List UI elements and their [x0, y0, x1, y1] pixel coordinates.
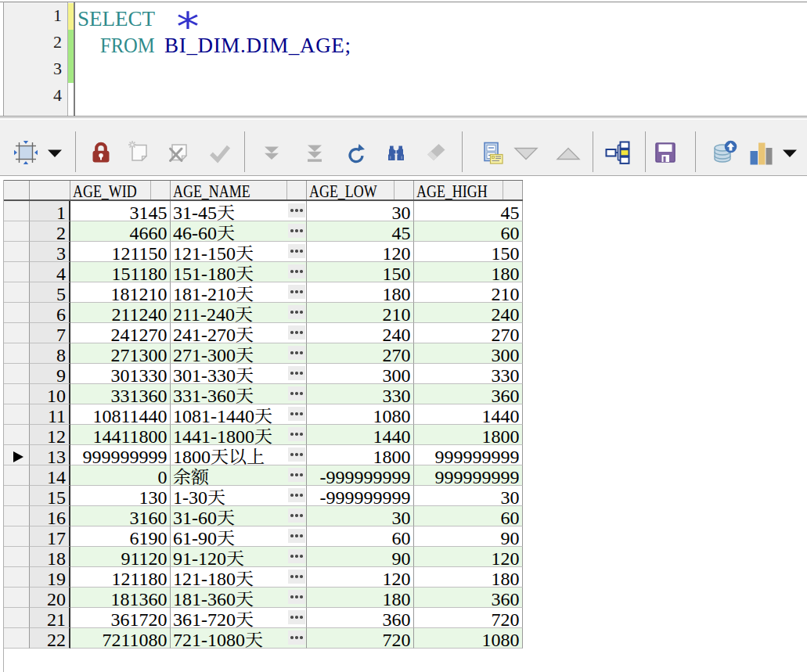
cell-age-low[interactable]: 210	[307, 303, 414, 323]
cell-age-low[interactable]: 60	[307, 526, 414, 547]
row-indicator-cell[interactable]	[4, 323, 30, 343]
cell-age-name[interactable]: 1-30天	[171, 486, 307, 506]
cell-age-wid[interactable]: 181360	[70, 588, 171, 608]
row-indicator-cell[interactable]	[4, 242, 30, 262]
fetch-next-page-button[interactable]	[259, 140, 284, 165]
resize-grid-dropdown[interactable]	[44, 140, 66, 165]
cell-age-low[interactable]: 240	[307, 323, 414, 343]
row-number-cell[interactable]: 3	[30, 242, 70, 262]
cell-age-name[interactable]: 91-120天	[171, 547, 307, 567]
cell-edit-ellipsis-button[interactable]	[288, 264, 305, 279]
cell-edit-ellipsis-button[interactable]	[288, 529, 305, 543]
editor-splitter[interactable]	[0, 117, 807, 118]
row-indicator-cell[interactable]	[4, 221, 30, 242]
cell-age-wid[interactable]: 151180	[70, 262, 171, 282]
row-indicator-cell[interactable]	[4, 303, 30, 323]
row-number-cell[interactable]: 20	[30, 588, 70, 608]
cell-edit-ellipsis-button[interactable]	[288, 590, 305, 604]
row-number-cell[interactable]: 21	[30, 608, 70, 628]
row-indicator-cell[interactable]	[4, 262, 30, 282]
row-number-cell[interactable]: 4	[30, 262, 70, 282]
cell-age-wid[interactable]: 271300	[70, 343, 171, 364]
cell-age-name[interactable]: 余额	[171, 465, 307, 486]
chart-dropdown[interactable]	[779, 140, 801, 165]
cell-age-high[interactable]: 240	[414, 303, 523, 323]
row-number-cell[interactable]: 1	[30, 201, 70, 221]
cell-age-wid[interactable]: 301330	[70, 364, 171, 384]
row-indicator-cell[interactable]	[4, 201, 30, 221]
cell-age-name[interactable]: 271-300天	[171, 343, 307, 364]
cell-age-name[interactable]: 211-240天	[171, 303, 307, 323]
row-indicator-cell[interactable]	[4, 445, 30, 465]
delete-record-button[interactable]	[166, 140, 191, 165]
cell-age-wid[interactable]: 0	[70, 465, 171, 486]
cell-age-high[interactable]: 210	[414, 282, 523, 303]
resize-grid-button[interactable]	[13, 140, 38, 165]
cell-age-high[interactable]: 150	[414, 242, 523, 262]
cell-edit-ellipsis-button[interactable]	[288, 386, 305, 401]
cell-age-low[interactable]: 1440	[307, 425, 414, 445]
cell-age-low[interactable]: 720	[307, 628, 414, 649]
cell-age-high[interactable]: 1440	[414, 404, 523, 425]
cell-age-high[interactable]: 1080	[414, 628, 523, 649]
row-number-cell[interactable]: 19	[30, 567, 70, 588]
cell-age-name[interactable]: 61-90天	[171, 526, 307, 547]
cell-age-wid[interactable]: 3145	[70, 201, 171, 221]
cell-age-low[interactable]: 120	[307, 242, 414, 262]
cell-age-name[interactable]: 1800天以上	[171, 445, 307, 465]
row-indicator-cell[interactable]	[4, 486, 30, 506]
row-number-cell[interactable]: 10	[30, 384, 70, 404]
cell-age-low[interactable]: 120	[307, 567, 414, 588]
cell-age-low[interactable]: 90	[307, 547, 414, 567]
editor-code-line[interactable]: SELECT *	[76, 5, 804, 32]
master-detail-button[interactable]	[605, 140, 630, 165]
previous-record-button[interactable]	[556, 140, 581, 165]
row-number-cell[interactable]: 17	[30, 526, 70, 547]
export-to-database-button[interactable]	[712, 140, 737, 165]
cell-edit-ellipsis-button[interactable]	[288, 224, 305, 238]
row-indicator-cell[interactable]	[4, 547, 30, 567]
cell-age-name[interactable]: 151-180天	[171, 262, 307, 282]
row-indicator-cell[interactable]	[4, 506, 30, 526]
cell-age-wid[interactable]: 361720	[70, 608, 171, 628]
cell-edit-ellipsis-button[interactable]	[288, 203, 305, 217]
cell-age-high[interactable]: 45	[414, 201, 523, 221]
cell-age-low[interactable]: 330	[307, 384, 414, 404]
chart-button[interactable]	[749, 140, 774, 165]
cell-age-high[interactable]: 270	[414, 323, 523, 343]
refresh-button[interactable]	[344, 140, 369, 165]
row-indicator-cell[interactable]	[4, 526, 30, 547]
cell-age-name[interactable]: 721-1080天	[171, 628, 307, 649]
row-indicator-cell[interactable]	[4, 343, 30, 364]
clear-button[interactable]	[423, 140, 449, 165]
cell-age-high[interactable]: 300	[414, 343, 523, 364]
editor-code-line[interactable]	[76, 85, 804, 112]
row-indicator-cell[interactable]	[4, 425, 30, 445]
lock-record-button[interactable]	[88, 140, 113, 165]
cell-edit-ellipsis-button[interactable]	[288, 325, 305, 340]
cell-age-low[interactable]: 30	[307, 201, 414, 221]
row-indicator-cell[interactable]	[4, 282, 30, 303]
cell-age-low[interactable]: 300	[307, 364, 414, 384]
cell-age-wid[interactable]: 181210	[70, 282, 171, 303]
row-number-cell[interactable]: 15	[30, 486, 70, 506]
cell-edit-ellipsis-button[interactable]	[288, 366, 305, 380]
cell-age-high[interactable]: 60	[414, 221, 523, 242]
cell-age-wid[interactable]: 91120	[70, 547, 171, 567]
cell-age-wid[interactable]: 4660	[70, 221, 171, 242]
cell-age-wid[interactable]: 241270	[70, 323, 171, 343]
row-number-cell[interactable]: 9	[30, 364, 70, 384]
cell-age-low[interactable]: -999999999	[307, 486, 414, 506]
cell-age-high[interactable]: 30	[414, 486, 523, 506]
row-number-cell[interactable]: 2	[30, 221, 70, 242]
cell-age-low[interactable]: 360	[307, 608, 414, 628]
cell-age-wid[interactable]: 10811440	[70, 404, 171, 425]
cell-age-high[interactable]: 60	[414, 506, 523, 526]
cell-edit-ellipsis-button[interactable]	[288, 488, 305, 502]
cell-age-name[interactable]: 46-60天	[171, 221, 307, 242]
row-indicator-cell[interactable]	[4, 588, 30, 608]
cell-age-name[interactable]: 331-360天	[171, 384, 307, 404]
row-number-cell[interactable]: 6	[30, 303, 70, 323]
cell-age-low[interactable]: 150	[307, 262, 414, 282]
cell-age-name[interactable]: 241-270天	[171, 323, 307, 343]
